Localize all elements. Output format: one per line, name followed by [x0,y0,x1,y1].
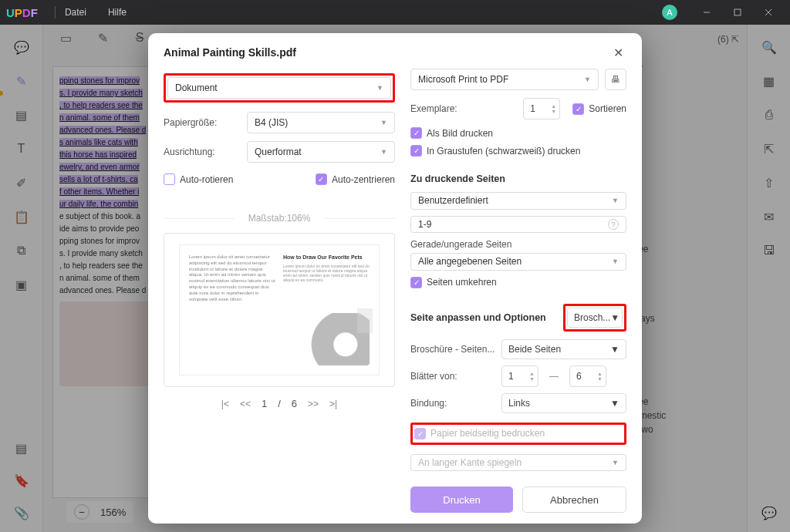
avatar[interactable]: A [662,5,677,20]
sheets-to-stepper[interactable]: 6▲▼ [569,365,606,387]
dialog-right-column: Microsoft Print to PDF▼ 🖶 Exemplare: 1▲▼… [410,69,626,513]
printer-icon[interactable]: 🖶 [605,69,626,90]
app-logo: UPDF [6,6,38,19]
pages-header: Zu druckende Seiten [410,173,626,184]
dialog-left-column: Dokument▼ Papiergröße: B4 (JIS)▼ Ausrich… [164,69,395,513]
pager-last-button[interactable]: >| [329,399,337,409]
copies-label: Exemplare: [410,103,517,114]
menu-help[interactable]: Hilfe [108,7,127,18]
minimize-icon[interactable] [691,2,722,23]
printer-select[interactable]: Microsoft Print to PDF▼ [410,69,599,90]
page-range-type-select[interactable]: Benutzerdefiniert▼ [410,192,626,210]
dialog-close-button[interactable]: ✕ [609,44,626,61]
menu-file[interactable]: Datei [65,7,86,18]
as-image-checkbox[interactable]: ✓Als Bild drucken [410,127,626,139]
booklet-side-label: Broschüre - Seiten... [410,344,495,355]
close-icon[interactable] [753,2,784,23]
pager-total: 6 [292,398,297,409]
reverse-checkbox[interactable]: ✓Seiten umkehren [410,277,626,288]
print-button[interactable]: Drucken [410,487,513,513]
cancel-button[interactable]: Abbrechen [522,487,626,513]
print-dialog: Animal Painting Skills.pdf ✕ Dokument▼ P… [148,33,642,524]
document-select[interactable]: Dokument▼ [167,77,391,99]
app-body: 💬 ✎ ▤ T ✐ 📋 ⧉ ▣ ▤ 🔖 📎 ▭ ✎ S pping stones… [0,25,790,532]
fit-mode-select[interactable]: Brosch...▼ [567,308,623,328]
pager-next-button[interactable]: >> [308,399,319,409]
copies-stepper[interactable]: 1▲▼ [523,98,560,120]
flip-select[interactable]: An langer Kante spiegeln▼ [410,454,626,472]
preview-pager: |< << 1 / 6 >> >| [164,398,395,409]
sort-checkbox[interactable]: ✓Sortieren [572,103,626,115]
auto-center-checkbox[interactable]: ✓Auto-zentrieren [316,173,395,185]
print-preview: Lorem ipsum dolor sit amet consectetur a… [164,233,395,387]
orientation-label: Ausrichtung: [164,146,241,157]
grayscale-checkbox[interactable]: ✓In Graustufen (schwarzweiß) drucken [410,145,626,157]
booklet-side-select[interactable]: Beide Seiten▼ [501,339,626,359]
binding-select[interactable]: Links▼ [501,393,626,413]
orientation-select[interactable]: Querformat▼ [247,141,395,163]
paper-size-label: Papiergröße: [164,117,241,128]
sheets-label: Blätter von: [410,371,495,382]
page-range-input[interactable]: 1-9? [410,216,626,234]
odd-even-select[interactable]: Alle angegebenen Seiten▼ [410,253,626,271]
scale-label: Maßstab:106% [164,213,395,224]
auto-rotate-checkbox[interactable]: ✓Auto-rotieren [164,173,233,185]
maximize-icon[interactable] [722,2,753,23]
sheets-from-stepper[interactable]: 1▲▼ [501,365,538,387]
pager-prev-button[interactable]: << [240,399,251,409]
svg-rect-1 [734,9,741,15]
modal-overlay: Animal Painting Skills.pdf ✕ Dokument▼ P… [0,25,790,532]
pager-current: 1 [262,398,267,409]
pager-first-button[interactable]: |< [221,399,229,409]
binding-label: Bindung: [410,398,495,409]
help-icon[interactable]: ? [608,219,619,230]
titlebar: UPDF Datei Hilfe A [0,0,790,25]
odd-even-label: Gerade/ungerade Seiten [410,239,626,250]
paper-size-select[interactable]: B4 (JIS)▼ [247,112,395,133]
duplex-checkbox[interactable]: ✓Papier beidseitig bedrucken [414,428,545,439]
dialog-title: Animal Painting Skills.pdf [164,46,296,59]
fit-header: Seite anpassen und Optionen [410,312,546,323]
